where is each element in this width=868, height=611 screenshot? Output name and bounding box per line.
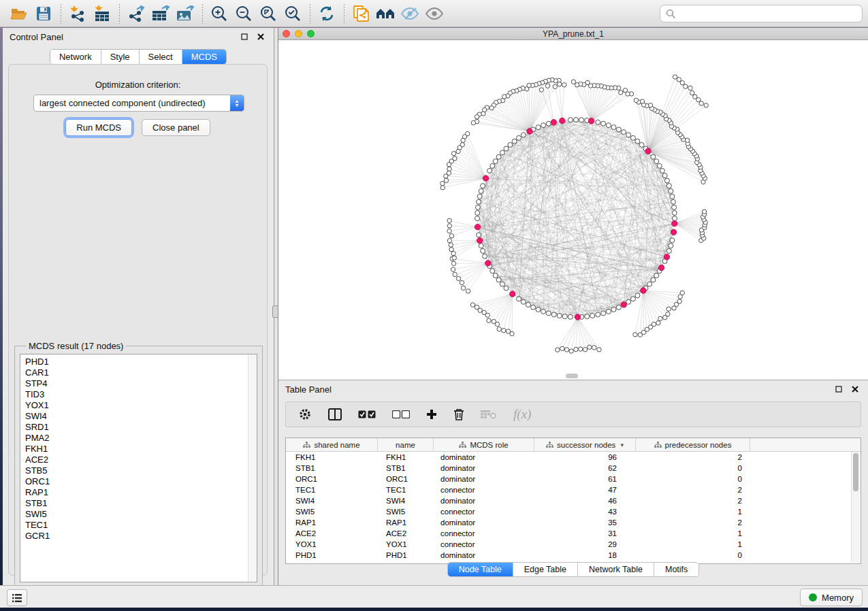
table-row[interactable]: ACE2ACE2connector311 [286, 528, 861, 539]
table-row[interactable]: STB1STB1dominator620 [286, 463, 861, 474]
node-table: shared name name MCDS role successor nod… [285, 437, 861, 564]
table-row[interactable]: YOX1YOX1connector291 [286, 539, 861, 550]
mcds-result-item[interactable]: TEC1 [25, 520, 257, 531]
table-cell: STB1 [378, 464, 434, 472]
mcds-result-item[interactable]: STP4 [25, 378, 257, 389]
mcds-result-item[interactable]: TID3 [25, 389, 257, 400]
mcds-result-item[interactable]: FKH1 [25, 444, 257, 455]
first-neighbors-icon[interactable] [373, 3, 398, 24]
table-scrollbar[interactable] [851, 452, 860, 563]
mcds-result-item[interactable]: ACE2 [25, 455, 257, 465]
deselect-all-icon[interactable] [392, 410, 410, 418]
delete-column-icon[interactable] [453, 408, 464, 420]
zoom-selected-icon[interactable] [280, 3, 305, 24]
mcds-result-item[interactable]: GCR1 [25, 531, 257, 542]
column-type-icon [303, 442, 310, 448]
mcds-result-list[interactable]: PHD1CAR1STP4TID3YOX1SWI4SRD1PMA2FKH1ACE2… [20, 354, 257, 582]
table-cell: 1 [636, 529, 750, 538]
duplicate-network-icon[interactable] [349, 3, 373, 24]
mcds-result-item[interactable]: SWI4 [25, 411, 257, 422]
column-header-shared-name[interactable]: shared name [286, 438, 378, 451]
network-hscrollbar-thumb[interactable] [566, 374, 578, 378]
toolbar-separator [197, 3, 207, 24]
tab-network[interactable]: Network [50, 50, 101, 64]
table-cell: 0 [636, 475, 750, 483]
mcds-result-item[interactable]: SWI5 [25, 509, 257, 520]
zoom-in-icon[interactable] [207, 3, 231, 24]
table-cell: PHD1 [378, 551, 434, 559]
table-settings-gear-icon[interactable] [298, 408, 312, 421]
table-row[interactable]: RAP1RAP1dominator352 [286, 517, 861, 528]
tab-mcds[interactable]: MCDS [182, 50, 226, 64]
search-field[interactable] [660, 5, 863, 22]
column-header-successor-nodes[interactable]: successor nodes ▾ [534, 438, 636, 451]
hide-selected-icon[interactable] [398, 3, 422, 24]
tab-network-table[interactable]: Network Table [578, 563, 654, 576]
table-cell: connector [434, 529, 534, 538]
tab-motifs[interactable]: Motifs [654, 563, 698, 576]
export-network-icon[interactable] [124, 3, 148, 24]
criterion-select[interactable]: largest connected component (undirected)… [33, 95, 244, 112]
export-image-icon[interactable] [173, 3, 197, 24]
refresh-icon[interactable] [315, 3, 339, 24]
status-bar: Memory [0, 585, 868, 608]
zoom-out-icon[interactable] [231, 3, 256, 24]
mcds-result-item[interactable]: YOX1 [25, 400, 257, 411]
table-row[interactable]: SWI5SWI5connector431 [286, 506, 861, 517]
open-file-icon[interactable] [7, 3, 31, 24]
task-history-button[interactable] [7, 589, 27, 606]
table-cell: dominator [434, 551, 534, 559]
toolbar-separator [305, 3, 315, 24]
mcds-result-item[interactable]: PHD1 [25, 357, 257, 367]
search-input[interactable] [676, 8, 849, 20]
sort-chevron-icon: ▾ [620, 442, 624, 448]
mcds-result-item[interactable]: ORC1 [25, 476, 257, 487]
table-cell: RAP1 [286, 518, 378, 527]
close-table-panel-icon[interactable] [849, 384, 861, 395]
import-network-icon[interactable] [65, 3, 90, 24]
column-header-mcds-role[interactable]: MCDS role [434, 438, 534, 451]
run-mcds-button[interactable]: Run MCDS [65, 119, 132, 136]
zoom-fit-icon[interactable] [256, 3, 280, 24]
import-table-icon[interactable] [90, 3, 114, 24]
list-scrollbar[interactable] [248, 354, 257, 582]
tab-node-table[interactable]: Node Table [448, 563, 513, 576]
close-panel-button[interactable]: Close panel [142, 119, 210, 136]
table-cell: ACE2 [378, 529, 434, 538]
show-all-icon[interactable] [422, 3, 447, 24]
column-header-name[interactable]: name [378, 438, 434, 451]
close-panel-icon[interactable] [255, 31, 267, 42]
table-toolbar: f(x) [285, 401, 861, 427]
control-panel-title: Control Panel [10, 32, 63, 42]
select-all-icon[interactable] [358, 410, 376, 418]
tab-select[interactable]: Select [140, 50, 182, 64]
table-row[interactable]: SWI4SWI4dominator462 [286, 495, 861, 506]
mcds-result-item[interactable]: STB5 [25, 465, 257, 476]
table-row[interactable]: FKH1FKH1dominator962 [286, 452, 861, 463]
save-session-icon[interactable] [31, 3, 56, 24]
main-toolbar [0, 0, 868, 27]
table-scrollbar-thumb[interactable] [853, 453, 858, 491]
mcds-result-item[interactable]: PMA2 [25, 433, 257, 444]
tab-edge-table[interactable]: Edge Table [513, 563, 578, 576]
column-header-predecessor-nodes[interactable]: predecessor nodes [636, 438, 750, 451]
network-canvas[interactable] [278, 40, 867, 380]
table-row[interactable]: TEC1TEC1connector472 [286, 484, 861, 495]
table-row[interactable]: PHD1PHD1dominator180 [286, 550, 861, 561]
float-table-panel-icon[interactable] [833, 384, 845, 395]
export-table-icon[interactable] [148, 3, 173, 24]
table-cell: 0 [636, 464, 750, 472]
tab-style[interactable]: Style [101, 50, 140, 64]
memory-button[interactable]: Memory [800, 589, 863, 606]
mcds-result-item[interactable]: CAR1 [25, 367, 257, 378]
network-graph[interactable] [278, 40, 867, 380]
show-columns-icon[interactable] [328, 408, 342, 420]
mcds-result-item[interactable]: RAP1 [25, 487, 257, 498]
add-column-icon[interactable] [426, 409, 437, 420]
table-cell: SWI4 [286, 497, 378, 505]
mcds-result-item[interactable]: SRD1 [25, 422, 257, 433]
float-panel-icon[interactable] [238, 31, 251, 42]
mcds-result-item[interactable]: STB1 [25, 498, 257, 509]
table-row[interactable]: ORC1ORC1dominator610 [286, 474, 861, 484]
network-window-titlebar[interactable]: YPA_prune.txt_1 [278, 28, 868, 40]
